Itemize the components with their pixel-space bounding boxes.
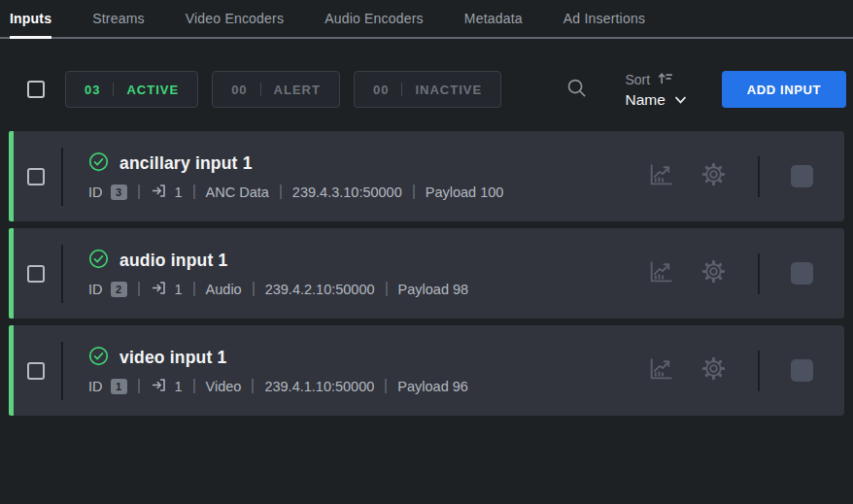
status-check-icon [88, 346, 109, 370]
input-type: Audio [206, 282, 242, 297]
chevron-down-icon [674, 91, 687, 109]
settings-button[interactable] [700, 355, 727, 386]
meta-divider [252, 379, 254, 393]
status-filter-button[interactable]: 00 INACTIVE [354, 71, 501, 108]
actions-divider [758, 156, 760, 197]
row-divider [61, 148, 63, 206]
input-address: 239.4.3.10:50000 [292, 185, 402, 200]
stop-button[interactable] [791, 359, 813, 382]
tab[interactable]: Metadata [464, 0, 523, 39]
stream-input-icon [151, 183, 167, 202]
settings-button[interactable] [700, 161, 727, 191]
input-meta: ID 3 1 [88, 183, 503, 202]
id-label: ID [88, 282, 103, 297]
tab-label: Ad Insertions [563, 11, 645, 26]
select-all-checkbox[interactable] [27, 81, 45, 98]
tab[interactable]: Video Encoders [186, 0, 284, 39]
stream-count: 1 [175, 185, 183, 200]
stats-button[interactable] [647, 160, 675, 192]
filter-divider [113, 83, 114, 96]
stats-button[interactable] [647, 354, 675, 386]
gear-icon [700, 161, 727, 191]
row-actions [647, 253, 844, 294]
status-filter-button[interactable]: 00 ALERT [212, 71, 340, 108]
id-badge: 1 [111, 379, 127, 394]
input-row[interactable]: audio input 1 ID 2 [9, 228, 844, 319]
meta-divider [138, 185, 140, 199]
row-main: ancillary input 1 ID 3 [88, 151, 503, 202]
sort-label: Sort [625, 72, 650, 87]
meta-divider [138, 379, 140, 393]
tab[interactable]: Audio Encoders [324, 0, 424, 39]
sort-ascending-icon [657, 71, 673, 88]
row-checkbox[interactable] [27, 265, 45, 283]
tab-label: Streams [92, 11, 145, 26]
stream-count: 1 [175, 379, 183, 394]
input-row[interactable]: video input 1 ID 1 [9, 325, 844, 416]
input-name: audio input 1 [119, 251, 227, 271]
row-checkbox[interactable] [27, 362, 45, 380]
row-divider [61, 245, 63, 303]
row-main: audio input 1 ID 2 [88, 249, 468, 299]
row-divider [61, 342, 63, 400]
tab[interactable]: Streams [92, 0, 145, 39]
sort-header: Sort [625, 71, 686, 88]
stop-button[interactable] [791, 165, 813, 187]
gear-icon [700, 355, 727, 386]
input-payload: Payload 98 [398, 282, 469, 297]
search-icon [565, 77, 588, 103]
meta-divider [193, 282, 195, 296]
tab-bar: Inputs Streams Video Encoders Audio Enco… [0, 0, 853, 39]
tab[interactable]: Ad Insertions [563, 0, 645, 39]
stream-count: 1 [175, 282, 183, 297]
sort-value-row: Name [625, 91, 686, 109]
status-filter-button[interactable]: 03 ACTIVE [65, 71, 198, 108]
input-name: video input 1 [119, 348, 227, 368]
meta-divider [386, 282, 388, 296]
input-row[interactable]: ancillary input 1 ID 3 [9, 131, 844, 221]
actions-divider [758, 351, 760, 391]
meta-divider [138, 282, 140, 296]
input-meta: ID 1 1 [88, 377, 468, 396]
stop-button[interactable] [791, 262, 813, 285]
settings-button[interactable] [700, 258, 727, 288]
input-name: ancillary input 1 [119, 153, 253, 174]
actions-divider [758, 253, 760, 294]
meta-divider [385, 379, 387, 393]
stats-chart-icon [647, 160, 675, 192]
row-main: video input 1 ID 1 [88, 346, 468, 396]
filter-count: 00 [373, 83, 389, 97]
input-type: Video [206, 379, 242, 394]
add-input-button[interactable]: ADD INPUT [722, 71, 846, 108]
sort-dropdown[interactable]: Sort Name [625, 71, 686, 109]
status-filters: 03 ACTIVE 00 ALERT 00 INACTIVE [65, 71, 501, 108]
tab-label: Audio Encoders [324, 11, 424, 26]
meta-divider [413, 185, 415, 199]
input-address: 239.4.2.10:50000 [265, 282, 375, 297]
id-badge: 2 [111, 282, 127, 297]
tab-label: Inputs [10, 11, 51, 26]
filter-divider [260, 83, 261, 96]
filter-label: ACTIVE [126, 83, 179, 97]
meta-divider [280, 185, 282, 199]
input-payload: Payload 100 [426, 185, 504, 200]
tab[interactable]: Inputs [10, 0, 51, 39]
input-payload: Payload 96 [397, 379, 468, 394]
status-check-icon [88, 151, 109, 176]
id-label: ID [88, 185, 103, 200]
input-type: ANC Data [206, 185, 269, 200]
gear-icon [700, 258, 727, 288]
search-button[interactable] [565, 77, 588, 103]
filter-label: ALERT [274, 83, 321, 97]
filter-count: 00 [231, 83, 247, 97]
id-label: ID [88, 379, 103, 394]
stats-button[interactable] [647, 257, 675, 289]
tab-label: Metadata [464, 11, 523, 26]
toolbar: 03 ACTIVE 00 ALERT 00 INACTIVE [0, 71, 853, 108]
sort-value: Name [625, 91, 665, 109]
stats-chart-icon [647, 354, 675, 386]
filter-label: INACTIVE [415, 83, 482, 97]
stream-input-icon [151, 280, 167, 299]
input-list: ancillary input 1 ID 3 [9, 131, 844, 416]
row-checkbox[interactable] [27, 168, 45, 185]
